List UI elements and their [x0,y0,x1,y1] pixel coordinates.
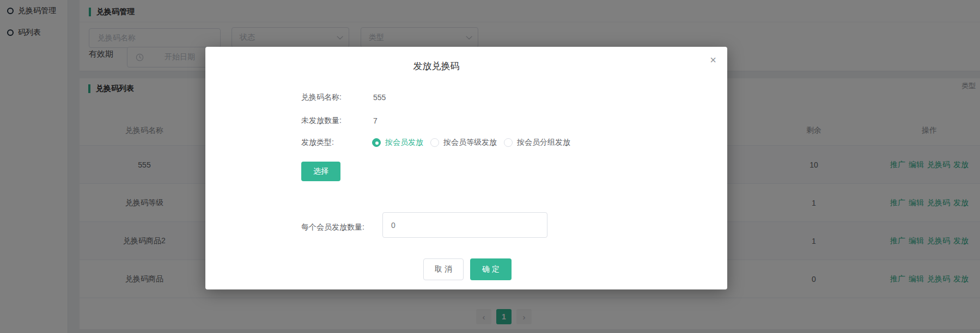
select-members-button[interactable]: 选择 [301,162,340,181]
radio-by-member-level[interactable]: 按会员等级发放 [430,138,497,147]
name-field-row: 兑换码名称: 555 [301,92,386,102]
per-member-row: 每个会员发放数量: 0 [301,212,547,238]
confirm-button[interactable]: 确 定 [470,258,512,280]
radio-icon [430,138,439,147]
issue-type-radio-group: 按会员发放 按会员等级发放 按会员分组发放 [372,138,570,147]
close-icon[interactable]: × [710,54,716,65]
dialog-actions: 取 消 确 定 [423,258,512,280]
dialog-title: 发放兑换码 [205,60,727,72]
unissued-label: 未发放数量: [301,116,373,126]
radio-icon [372,138,381,147]
issue-type-label: 发放类型: [301,138,373,147]
radio-label: 按会员发放 [385,138,423,147]
radio-icon [504,138,513,147]
issue-type-row: 发放类型: 按会员发放 按会员等级发放 按会员分组发放 [301,138,570,147]
per-member-label: 每个会员发放数量: [301,223,373,232]
radio-by-member[interactable]: 按会员发放 [372,138,423,147]
issue-code-dialog: × 发放兑换码 兑换码名称: 555 未发放数量: 7 发放类型: 按会员发放 … [205,47,727,289]
unissued-value: 7 [373,116,378,125]
radio-label: 按会员等级发放 [443,138,497,147]
radio-by-member-group[interactable]: 按会员分组发放 [504,138,570,147]
per-member-quantity-value: 0 [391,221,395,230]
page: 兑换码管理 码列表 兑换码管理 兑换码名称 状态 类型 有效期 [0,0,980,333]
radio-label: 按会员分组发放 [517,138,570,147]
name-value: 555 [373,93,386,102]
unissued-field-row: 未发放数量: 7 [301,116,378,126]
per-member-quantity-input[interactable]: 0 [382,212,547,238]
name-label: 兑换码名称: [301,92,373,102]
cancel-button[interactable]: 取 消 [423,258,464,280]
